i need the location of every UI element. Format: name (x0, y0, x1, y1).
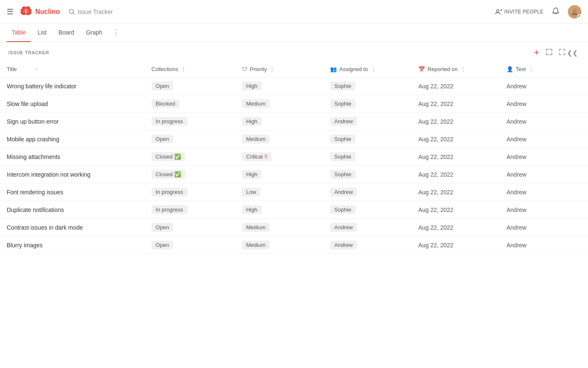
assigned-badge[interactable]: Sophie (330, 99, 355, 108)
collection-badge[interactable]: Open (152, 82, 173, 90)
collection-badge[interactable]: Closed ✅ (152, 170, 185, 179)
col-priority-more[interactable]: ⋮ (269, 66, 275, 73)
priority-badge[interactable]: High (242, 170, 262, 179)
tab-table[interactable]: Table (7, 24, 31, 42)
hamburger-icon[interactable]: ☰ (7, 7, 13, 16)
row-title[interactable]: Duplicate notifications (7, 207, 64, 213)
priority-badge[interactable]: High (242, 82, 262, 90)
col-title-sort[interactable]: ↓ (21, 66, 24, 72)
svg-point-2 (555, 8, 556, 8)
tab-list[interactable]: List (32, 24, 52, 42)
collection-badge[interactable]: In progress (152, 205, 187, 214)
cell-text: Andrew (500, 219, 588, 236)
cell-priority: Medium (235, 130, 323, 148)
collection-badge[interactable]: Open (152, 223, 173, 232)
top-nav: ☰ Nuclino Issue Tracker (0, 0, 588, 24)
table-row[interactable]: Missing attachmentsClosed ✅Critical ‼Sop… (0, 148, 588, 166)
table-row[interactable]: Intercom integration not workingClosed ✅… (0, 166, 588, 183)
brain-icon (20, 5, 32, 18)
row-title[interactable]: Blurry images (7, 242, 43, 249)
table-row[interactable]: Contrast issues in dark modeOpenMediumAn… (0, 219, 588, 236)
invite-icon (495, 9, 502, 15)
cell-assigned: Andrew (323, 113, 412, 130)
cell-reported: Aug 22, 2022 (412, 148, 500, 166)
tab-graph[interactable]: Graph (81, 24, 108, 42)
reported-date: Aug 22, 2022 (418, 154, 453, 160)
table-container: Title ↓ ⋮ + Collections ⋮ (0, 61, 588, 254)
add-button[interactable]: + (532, 47, 541, 58)
col-collections-label: Collections (152, 66, 178, 72)
row-title[interactable]: Intercom integration not working (7, 171, 90, 178)
collection-badge[interactable]: Closed ✅ (152, 152, 185, 161)
assigned-badge[interactable]: Sophie (330, 205, 355, 214)
assigned-badge[interactable]: Andrew (330, 241, 357, 249)
cell-reported: Aug 22, 2022 (412, 130, 500, 148)
text-value: Andrew (507, 207, 526, 213)
col-title-add[interactable]: + (34, 66, 39, 73)
collection-badge[interactable]: Blocked (152, 99, 179, 108)
assigned-badge[interactable]: Sophie (330, 170, 355, 179)
cell-reported: Aug 22, 2022 (412, 236, 500, 254)
assigned-badge[interactable]: Sophie (330, 152, 355, 161)
invite-label: INVITE PEOPLE (504, 9, 543, 15)
priority-badge[interactable]: Medium (242, 223, 270, 232)
col-assigned-more[interactable]: ⋮ (370, 66, 376, 73)
table-row[interactable]: Duplicate notificationsIn progressHighSo… (0, 201, 588, 219)
table-row[interactable]: Sign up button errorIn progressHighAndre… (0, 113, 588, 130)
cell-text: Andrew (500, 113, 588, 130)
col-collections-more[interactable]: ⋮ (181, 66, 186, 73)
avatar[interactable] (568, 5, 581, 19)
row-title[interactable]: Wrong battery life indicator (7, 83, 76, 90)
assigned-badge[interactable]: Andrew (330, 223, 357, 232)
app-name: Nuclino (35, 8, 60, 16)
assigned-badge[interactable]: Sophie (330, 82, 355, 90)
collection-badge[interactable]: In progress (152, 117, 187, 126)
col-text-label: Text (516, 66, 526, 72)
issues-table: Title ↓ ⋮ + Collections ⋮ (0, 61, 588, 254)
cell-reported: Aug 22, 2022 (412, 183, 500, 201)
assigned-badge[interactable]: Andrew (330, 117, 357, 126)
table-row[interactable]: Mobile app crashingOpenMediumSophieAug 2… (0, 130, 588, 148)
cell-title: Wrong battery life indicator (0, 77, 145, 95)
priority-badge[interactable]: Critical ‼ (242, 152, 271, 161)
cell-text: Andrew (500, 166, 588, 183)
assigned-badge[interactable]: Sophie (330, 135, 355, 143)
priority-badge[interactable]: High (242, 117, 262, 126)
priority-badge[interactable]: Medium (242, 99, 270, 108)
tabs-more-button[interactable]: ⋮ (109, 29, 123, 37)
row-title[interactable]: Sign up button error (7, 118, 59, 125)
cell-collection: Open (145, 130, 235, 148)
expand-button[interactable] (544, 48, 554, 57)
col-text-more[interactable]: ⋮ (528, 66, 534, 73)
table-row[interactable]: Wrong battery life indicatorOpenHighSoph… (0, 77, 588, 95)
collection-badge[interactable]: Open (152, 135, 173, 143)
row-title[interactable]: Font rendering issues (7, 189, 63, 196)
collection-badge[interactable]: In progress (152, 188, 187, 196)
priority-badge[interactable]: Medium (242, 135, 270, 143)
row-title[interactable]: Mobile app crashing (7, 136, 59, 143)
cell-assigned: Andrew (323, 236, 412, 254)
cell-assigned: Sophie (323, 201, 412, 219)
row-title[interactable]: Slow file upload (7, 101, 48, 107)
table-row[interactable]: Font rendering issuesIn progressLowAndre… (0, 183, 588, 201)
table-row[interactable]: Slow file uploadBlockedMediumSophieAug 2… (0, 95, 588, 113)
col-reported-more[interactable]: ⋮ (460, 66, 466, 73)
tab-board[interactable]: Board (53, 24, 79, 42)
collection-badge[interactable]: Open (152, 241, 173, 249)
cell-priority: High (235, 166, 323, 183)
cell-reported: Aug 22, 2022 (412, 201, 500, 219)
priority-badge[interactable]: Low (242, 188, 260, 196)
col-title-more[interactable]: ⋮ (25, 66, 31, 73)
priority-badge[interactable]: Medium (242, 241, 270, 249)
table-row[interactable]: Blurry imagesOpenMediumAndrewAug 22, 202… (0, 236, 588, 254)
cell-priority: Critical ‼ (235, 148, 323, 166)
collapse-button[interactable]: ❮❮ (557, 48, 580, 58)
reported-date: Aug 22, 2022 (418, 224, 453, 231)
invite-people-button[interactable]: INVITE PEOPLE (495, 9, 543, 15)
row-title[interactable]: Missing attachments (7, 154, 60, 160)
bell-button[interactable] (552, 7, 559, 16)
assigned-badge[interactable]: Andrew (330, 188, 357, 196)
row-title[interactable]: Contrast issues in dark mode (7, 224, 83, 231)
priority-badge[interactable]: High (242, 205, 262, 214)
cell-title: Intercom integration not working (0, 166, 145, 183)
